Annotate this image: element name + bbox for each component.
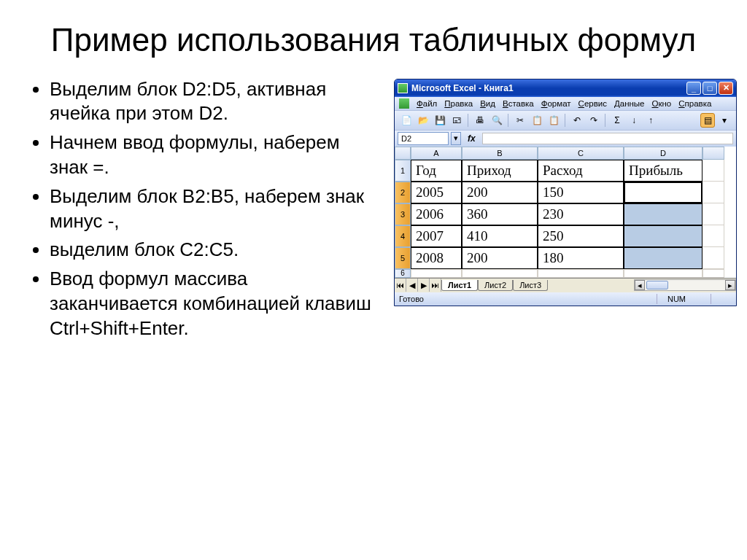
cell[interactable] <box>703 182 724 203</box>
tab-nav-first[interactable]: ⏮ <box>395 279 406 292</box>
bullet-item: Выделим блок D2:D5, активная ячейка при … <box>50 77 379 127</box>
save-icon[interactable]: 💾 <box>433 113 447 128</box>
row-header[interactable]: 3 <box>395 203 411 225</box>
more-icon[interactable]: ▾ <box>717 113 732 128</box>
menu-window[interactable]: Окно <box>652 99 672 108</box>
separator <box>468 114 469 127</box>
close-button[interactable]: ✕ <box>719 82 733 95</box>
col-header-c[interactable]: C <box>538 147 624 160</box>
menu-edit[interactable]: Правка <box>444 99 473 108</box>
separator <box>605 114 606 127</box>
redo-icon[interactable]: ↷ <box>587 113 601 128</box>
cell[interactable] <box>703 160 724 182</box>
cell[interactable]: 250 <box>538 225 624 247</box>
col-header-d[interactable]: D <box>624 147 703 160</box>
cell[interactable] <box>411 269 462 278</box>
cell-selected[interactable] <box>624 225 703 247</box>
sheet-tab-active[interactable]: Лист1 <box>441 280 478 291</box>
cell[interactable]: 2007 <box>411 225 462 247</box>
new-icon[interactable]: 📄 <box>399 113 414 128</box>
row-header[interactable]: 4 <box>395 225 411 247</box>
cell[interactable]: 2008 <box>411 247 462 269</box>
paste-icon[interactable]: 📋 <box>546 113 561 128</box>
print-icon[interactable]: 🖶 <box>473 113 487 128</box>
name-box[interactable]: D2 <box>398 132 449 145</box>
row-header[interactable]: 6 <box>395 269 411 278</box>
minimize-button[interactable]: _ <box>686 82 701 95</box>
row-header[interactable]: 2 <box>395 182 411 203</box>
permission-icon[interactable]: 🖃 <box>449 113 464 128</box>
menu-bar: Файл Правка Вид Вставка Формат Сервис Да… <box>395 97 736 110</box>
window-titlebar[interactable]: Microsoft Excel - Книга1 _ □ ✕ <box>395 79 736 97</box>
col-header-b[interactable]: B <box>462 147 538 160</box>
app-menu-icon[interactable] <box>399 98 409 109</box>
tab-nav-prev[interactable]: ◀ <box>406 279 418 292</box>
copy-icon[interactable]: 📋 <box>530 113 544 128</box>
cell-active[interactable] <box>624 182 703 203</box>
cell-selected[interactable] <box>624 247 703 269</box>
cell[interactable]: Год <box>411 160 462 182</box>
cell[interactable]: Приход <box>462 160 538 182</box>
row-header[interactable]: 1 <box>395 160 411 182</box>
cell[interactable]: 2005 <box>411 182 462 203</box>
maximize-button[interactable]: □ <box>703 82 717 95</box>
cell[interactable]: 180 <box>538 247 624 269</box>
cell[interactable]: 360 <box>462 203 538 225</box>
menu-file[interactable]: Файл <box>417 99 437 108</box>
cut-icon[interactable]: ✂ <box>513 113 527 128</box>
formula-bar: D2 ▾ fx <box>395 130 736 147</box>
cell[interactable]: 150 <box>538 182 624 203</box>
sheet-tab[interactable]: Лист3 <box>513 280 548 291</box>
excel-icon <box>398 83 408 93</box>
row-header[interactable]: 5 <box>395 247 411 269</box>
preview-icon[interactable]: 🔍 <box>489 113 504 128</box>
worksheet: A B C D 1 Год Приход Расход Прибыль 2 20… <box>395 147 736 278</box>
menu-data[interactable]: Данные <box>614 99 645 108</box>
menu-tools[interactable]: Сервис <box>578 99 607 108</box>
cell[interactable]: 200 <box>462 182 538 203</box>
cell[interactable] <box>538 269 624 278</box>
sort-desc-icon[interactable]: ↑ <box>643 113 658 128</box>
cell[interactable]: 410 <box>462 225 538 247</box>
undo-icon[interactable]: ↶ <box>570 113 584 128</box>
sort-asc-icon[interactable]: ↓ <box>627 113 641 128</box>
cell[interactable] <box>703 247 724 269</box>
separator <box>565 114 566 127</box>
fx-icon[interactable]: fx <box>463 133 480 144</box>
cell[interactable]: 230 <box>538 203 624 225</box>
cell[interactable] <box>703 269 724 278</box>
col-header-e[interactable] <box>703 147 724 160</box>
select-all-corner[interactable] <box>395 147 411 160</box>
sum-icon[interactable]: Σ <box>610 113 624 128</box>
horizontal-scrollbar[interactable]: ◂ ▸ <box>634 279 736 291</box>
menu-insert[interactable]: Вставка <box>503 99 534 108</box>
scroll-right-icon[interactable]: ▸ <box>725 280 735 290</box>
scroll-track[interactable] <box>645 280 725 290</box>
bullet-item: Выделим блок B2:B5, наберем знак минус -… <box>50 184 379 234</box>
cell[interactable] <box>703 225 724 247</box>
scroll-thumb[interactable] <box>646 281 668 289</box>
cell[interactable]: 200 <box>462 247 538 269</box>
menu-format[interactable]: Формат <box>541 99 571 108</box>
tab-nav-next[interactable]: ▶ <box>418 279 430 292</box>
cell[interactable] <box>624 269 703 278</box>
cell[interactable]: Расход <box>538 160 624 182</box>
namebox-dropdown[interactable]: ▾ <box>451 132 461 145</box>
cell[interactable]: 2006 <box>411 203 462 225</box>
menu-help[interactable]: Справка <box>678 99 711 108</box>
bullet-item: Ввод формул массива заканчивается комбин… <box>50 267 379 341</box>
cell[interactable]: Прибыль <box>624 160 703 182</box>
sheet-tab[interactable]: Лист2 <box>478 280 513 291</box>
cell[interactable] <box>462 269 538 278</box>
formula-input[interactable] <box>482 133 733 144</box>
tab-nav-last[interactable]: ⏭ <box>430 279 441 292</box>
scroll-left-icon[interactable]: ◂ <box>635 280 645 290</box>
col-header-a[interactable]: A <box>411 147 462 160</box>
highlight-icon[interactable]: ▤ <box>700 113 715 128</box>
bullet-list: Выделим блок D2:D5, активная ячейка при … <box>29 77 379 341</box>
menu-view[interactable]: Вид <box>480 99 495 108</box>
cell-selected[interactable] <box>624 203 703 225</box>
status-bar: Готово NUM <box>395 292 736 306</box>
open-icon[interactable]: 📂 <box>416 113 430 128</box>
cell[interactable] <box>703 203 724 225</box>
